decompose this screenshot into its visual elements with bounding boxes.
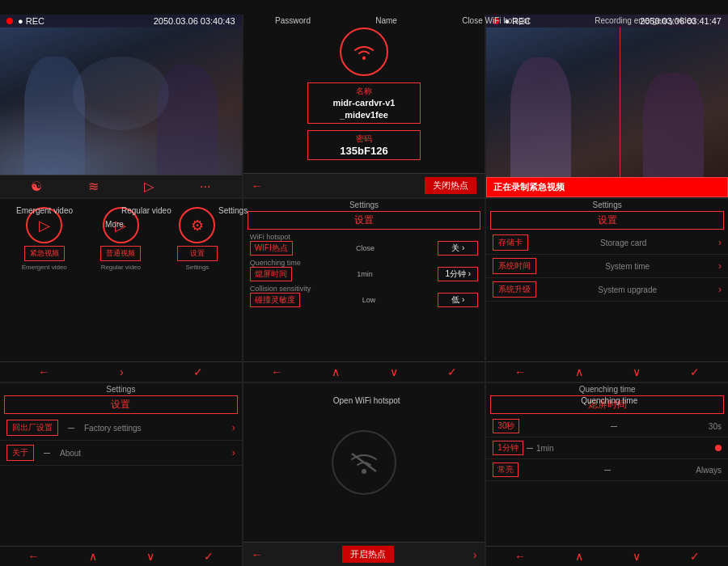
- rec-dot-1: [6, 18, 13, 24]
- settings-cam-icon[interactable]: ☯: [31, 179, 42, 194]
- wifi-back-arrow[interactable]: ←: [252, 180, 263, 192]
- nav-up-9[interactable]: ∧: [575, 550, 583, 563]
- close-hotspot-button[interactable]: 关闭热点: [425, 177, 476, 194]
- cell6-nav: ← ∧ ∨ ✓: [486, 361, 728, 382]
- wifi-value-box[interactable]: 关 ›: [438, 241, 478, 256]
- settings-item: ⚙ 设置 Settings: [161, 207, 234, 353]
- more-cam-icon[interactable]: ···: [200, 180, 210, 194]
- 1min-label: 1min: [536, 444, 554, 453]
- main-controls-cell: ▷ 紧急视频 Emergent video ▷ 普通视频 Regular vid…: [0, 199, 242, 382]
- wifi-bottom-bar: ← 关闭热点: [243, 173, 485, 197]
- camera-controls-1: ☯ ≋ ▷ ···: [0, 175, 242, 197]
- system-time-row: 系统时间 System time ›: [486, 255, 728, 278]
- emergency-video-item: ▷ 紧急视频 Emergent video: [8, 207, 81, 353]
- settings-section-6: Settings: [486, 199, 728, 209]
- factory-arrow[interactable]: ›: [232, 422, 235, 433]
- quench-section-9: Quenching time: [486, 383, 728, 394]
- 30s-chinese: 30秒: [493, 419, 519, 433]
- wifi-hotspot-row: WiFi hotspot WIFI热点 Close 关 ›: [243, 231, 485, 257]
- always-dash: [604, 470, 611, 471]
- emergency-status-bar: 正在录制紧急视频: [486, 177, 728, 197]
- 1min-dash: [527, 448, 533, 449]
- regular-circle[interactable]: ▷: [103, 207, 139, 243]
- settings-circle[interactable]: ⚙: [179, 207, 215, 243]
- datetime-3: 2050.03.06 03:41:47: [640, 16, 722, 26]
- open-hotspot-button[interactable]: 开启热点: [342, 546, 394, 563]
- system-upgrade-row: 系统升级 System upgrade ›: [486, 278, 728, 302]
- open-wifi-center: [243, 383, 485, 542]
- name-info-box: 名称 midr-cardvr-v1_midev1fee: [307, 82, 421, 124]
- nav-back-4[interactable]: ←: [38, 365, 49, 378]
- wifi-row-chinese: WIFI热点: [250, 241, 293, 256]
- quench-row-chinese: 熄屏时间: [250, 267, 292, 281]
- em-sil-left: [510, 57, 571, 177]
- 30s-label: 30s: [709, 422, 722, 431]
- nav-down-6[interactable]: ∨: [633, 365, 641, 378]
- rec-indicator-1: ● REC: [6, 16, 44, 26]
- collision-label: Collision sensitivity: [250, 285, 479, 293]
- wifi-main-area: 名称 midr-cardvr-v1_midev1fee 密码 135bF126: [243, 15, 485, 173]
- nav-check-6[interactable]: ✓: [690, 365, 700, 378]
- system-upgrade-arrow[interactable]: ›: [718, 284, 722, 295]
- settings-factory-cell: Settings 设置 回出厂设置 Factory settings › 关于 …: [0, 383, 242, 566]
- factory-chinese: 回出厂设置: [6, 420, 58, 436]
- nav-check-7[interactable]: ✓: [204, 550, 214, 563]
- system-time-chinese: 系统时间: [493, 258, 536, 274]
- about-row: 关于 About ›: [0, 441, 242, 466]
- storage-card-chinese: 存储卡: [493, 234, 528, 251]
- settings-label: 设置: [177, 246, 218, 261]
- storage-card-row: 存储卡 Storage card ›: [486, 231, 728, 255]
- wifi-close-label: Close: [356, 244, 375, 252]
- nav-up-6[interactable]: ∧: [575, 365, 583, 378]
- rec-dot-3: [493, 18, 499, 24]
- emergency-recording-cell: ● REC 2050.03.06 03:41:47 正在录制紧急视频: [486, 15, 728, 197]
- wifi-hotspot-cell: 名称 midr-cardvr-v1_midev1fee 密码 135bF126 …: [243, 15, 485, 197]
- rec-text-3: ● REC: [504, 16, 531, 26]
- regular-video-item: ▷ 普通视频 Regular video: [85, 207, 158, 353]
- nav-back-6[interactable]: ←: [514, 365, 526, 378]
- 1min-chinese: 1分钟: [493, 441, 523, 455]
- nav-up-5[interactable]: ∧: [332, 365, 340, 378]
- svg-line-2: [352, 454, 376, 471]
- nav-down-5[interactable]: ∨: [390, 365, 398, 378]
- system-upgrade-chinese: 系统升级: [493, 281, 536, 298]
- storage-card-arrow[interactable]: ›: [718, 237, 722, 248]
- svg-point-0: [362, 57, 366, 60]
- collision-row: Collision sensitivity 碰撞灵敏度 Low 低 ›: [243, 283, 485, 309]
- rec-indicator-3: ● REC: [493, 16, 531, 26]
- wifi-cam-icon[interactable]: ≋: [88, 179, 99, 194]
- nav-down-9[interactable]: ∨: [633, 550, 641, 563]
- nav-down-7[interactable]: ∨: [146, 550, 154, 563]
- nav-back-5[interactable]: ←: [271, 365, 282, 378]
- system-time-arrow[interactable]: ›: [718, 260, 722, 272]
- nav-right-4[interactable]: ›: [120, 365, 124, 378]
- 1min-row: 1分钟 1min: [486, 437, 728, 459]
- nav-check-5[interactable]: ✓: [447, 365, 457, 378]
- nav-check-9[interactable]: ✓: [690, 550, 700, 563]
- em-sil-right: [643, 73, 704, 178]
- settings-title-6: 设置: [490, 211, 724, 230]
- collision-value-box[interactable]: 低 ›: [438, 293, 478, 307]
- factory-dash: [68, 428, 74, 429]
- emergency-line: [620, 27, 620, 177]
- controls-grid: ▷ 紧急视频 Emergent video ▷ 普通视频 Regular vid…: [4, 203, 238, 357]
- storage-card-label: Storage card: [600, 239, 646, 247]
- nav-back-8[interactable]: ←: [252, 548, 263, 561]
- about-arrow[interactable]: ›: [232, 447, 235, 458]
- quench-value-box[interactable]: 1分钟 ›: [438, 267, 478, 281]
- camera-feed-cell: ● REC 2050.03.06 03:40:43 ☯ ≋ ▷ ···: [0, 15, 242, 197]
- nav-back-7[interactable]: ←: [28, 550, 40, 563]
- play-cam-icon[interactable]: ▷: [144, 179, 154, 194]
- emergency-circle[interactable]: ▷: [26, 207, 62, 243]
- nav-back-9[interactable]: ←: [514, 550, 526, 563]
- emergency-camera-view: [486, 27, 728, 177]
- always-label: Always: [696, 466, 722, 475]
- nav-check-4[interactable]: ✓: [193, 365, 203, 378]
- system-time-label: System time: [605, 262, 650, 271]
- nav-right-8[interactable]: ›: [473, 548, 477, 561]
- nav-up-7[interactable]: ∧: [89, 550, 97, 563]
- about-label: About: [60, 449, 81, 458]
- cell5-nav: ← ∧ ∨ ✓: [243, 361, 485, 382]
- cell9-nav: ← ∧ ∨ ✓: [486, 546, 728, 566]
- rec-text-1: ● REC: [18, 16, 44, 26]
